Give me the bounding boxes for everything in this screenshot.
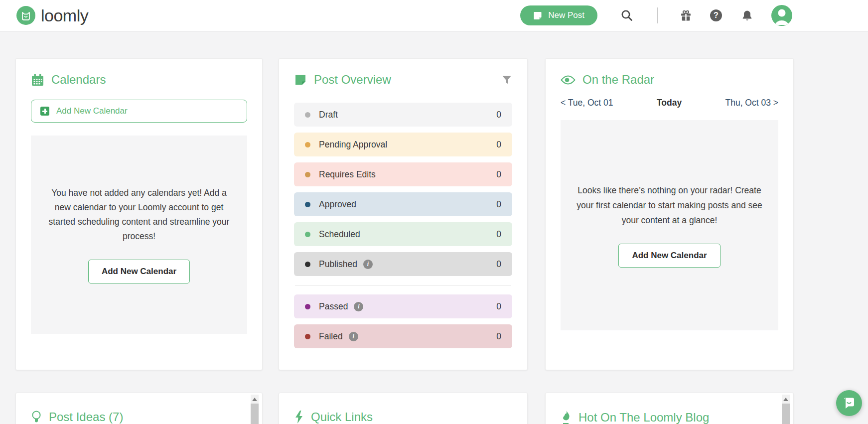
info-icon[interactable]: i [349,332,358,341]
status-label: Requires Edits [319,169,376,180]
blog-scrollbar[interactable] [782,395,790,424]
status-dot-icon [305,232,310,237]
blog-card-title: Hot On The Loomly Blog [561,410,778,424]
brand-wordmark: loomly [41,6,88,25]
status-label: Failed [319,331,343,342]
status-label: Published [319,259,357,270]
app-header: loomly New Post ? [0,0,868,31]
gift-icon[interactable] [680,9,692,22]
notifications-bell-icon[interactable] [741,9,753,22]
post-ideas-card-title: Post Ideas (7) [31,410,247,424]
status-count: 0 [496,140,501,150]
calendars-empty-state: You have not added any calendars yet! Ad… [31,136,247,334]
radar-card-title: On the Radar [561,73,778,87]
post-overview-card: Post Overview Draft 0 Pending Approval 0… [279,58,528,370]
post-ideas-scrollbar[interactable] [251,395,259,424]
status-label: Passed [319,301,348,312]
filter-funnel-icon[interactable] [501,74,512,85]
eye-icon [561,75,576,85]
calendars-title-label: Calendars [51,73,106,87]
calendar-icon [31,73,44,87]
status-dot-icon [305,112,310,118]
radar-date-nav: < Tue, Oct 01 Today Thu, Oct 03 > [561,98,778,108]
radar-add-calendar-button[interactable]: Add New Calendar [618,244,720,268]
info-icon[interactable]: i [363,260,373,269]
scroll-up-arrow-icon[interactable] [251,395,259,404]
status-count: 0 [496,169,501,180]
status-label: Scheduled [319,229,360,240]
lightning-bolt-icon [294,410,304,424]
post-status-row[interactable]: Passed i 0 [294,294,512,318]
radar-prev-day-link[interactable]: < Tue, Oct 01 [561,98,613,108]
post-overview-divider [295,285,511,285]
flame-icon [561,410,572,424]
new-post-label: New Post [548,10,584,20]
scroll-up-arrow-icon[interactable] [782,395,790,404]
status-dot-icon [305,304,310,309]
radar-next-day-link[interactable]: Thu, Oct 03 > [725,98,778,108]
post-overview-title-label: Post Overview [314,73,391,87]
status-dot-icon [305,172,310,177]
calendars-card-title: Calendars [31,73,247,87]
post-overview-rows: Draft 0 Pending Approval 0 Requires Edit… [294,103,512,348]
add-new-calendar-label: Add New Calendar [56,106,128,116]
plus-square-icon [40,107,49,116]
post-ideas-title-label: Post Ideas (7) [49,410,123,424]
quick-links-title-label: Quick Links [311,410,373,424]
status-count: 0 [496,301,501,312]
quick-links-card: Quick Links [279,393,528,424]
calendars-empty-text: You have not added any calendars yet! Ad… [42,186,236,244]
post-status-row[interactable]: Pending Approval 0 [294,133,512,156]
help-icon[interactable]: ? [710,9,722,21]
search-icon[interactable] [620,9,633,22]
scrollbar-thumb[interactable] [782,404,790,424]
radar-empty-state: Looks like there’s nothing on your radar… [561,120,778,330]
loomly-cat-icon [16,6,35,25]
post-status-row[interactable]: Scheduled 0 [294,222,512,246]
loomly-logo[interactable]: loomly [16,6,88,25]
new-post-button[interactable]: New Post [520,5,597,25]
status-dot-icon [305,334,310,339]
header-divider [657,7,658,23]
status-label: Approved [319,199,356,210]
status-count: 0 [496,110,501,120]
status-dot-icon [305,202,310,207]
post-status-row[interactable]: Draft 0 [294,103,512,127]
chat-bubble-icon [843,397,856,410]
post-status-row[interactable]: Failed i 0 [294,324,512,348]
post-note-icon [294,73,307,86]
on-the-radar-card: On the Radar < Tue, Oct 01 Today Thu, Oc… [545,58,794,370]
radar-empty-text: Looks like there’s nothing on your radar… [575,183,764,228]
post-overview-card-title: Post Overview [294,73,501,87]
radar-title-label: On the Radar [582,73,654,87]
quick-links-card-title: Quick Links [294,410,512,424]
loomly-blog-card: Hot On The Loomly Blog [545,393,794,424]
post-ideas-card: Post Ideas (7) [15,393,263,424]
status-dot-icon [305,262,310,267]
status-count: 0 [496,229,501,240]
post-status-row[interactable]: Approved 0 [294,192,512,216]
info-icon[interactable]: i [354,302,363,311]
status-dot-icon [305,142,310,147]
chat-launcher-button[interactable] [836,390,862,416]
note-icon [533,11,542,20]
add-new-calendar-button[interactable]: Add New Calendar [31,100,247,123]
calendars-card: Calendars Add New Calendar You have not … [15,58,263,370]
lightbulb-icon [31,410,42,424]
calendars-empty-add-button[interactable]: Add New Calendar [88,260,190,283]
radar-today-link[interactable]: Today [613,98,725,108]
user-avatar[interactable] [771,5,792,26]
status-label: Draft [319,110,338,120]
post-status-row[interactable]: Requires Edits 0 [294,162,512,186]
scrollbar-thumb[interactable] [251,404,259,424]
blog-title-label: Hot On The Loomly Blog [579,411,709,424]
status-count: 0 [496,199,501,210]
status-count: 0 [496,331,501,342]
status-count: 0 [496,259,501,270]
status-label: Pending Approval [319,140,387,150]
post-status-row[interactable]: Published i 0 [294,252,512,276]
